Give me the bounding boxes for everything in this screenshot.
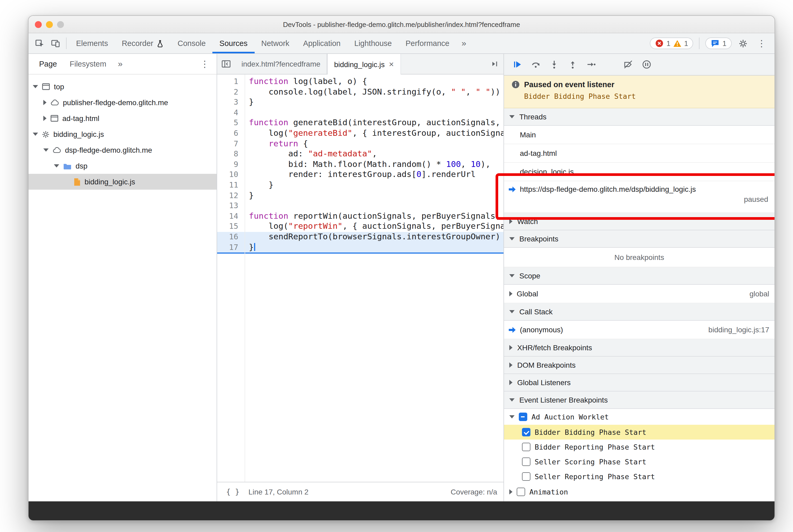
disclosure-right-icon[interactable] (509, 489, 512, 494)
section-call-stack[interactable]: Call Stack (504, 303, 775, 321)
step-over-icon[interactable] (529, 58, 543, 71)
thread-row[interactable]: Main (504, 126, 775, 144)
section-threads[interactable]: Threads (504, 108, 775, 126)
gutter-line-number[interactable]: 3 (217, 97, 245, 108)
section-event-listener-breakpoints[interactable]: Event Listener Breakpoints (504, 392, 775, 409)
resume-script-icon[interactable] (510, 58, 524, 71)
tab-lighthouse[interactable]: Lighthouse (347, 33, 399, 53)
gutter-line-number[interactable]: 2 (217, 87, 245, 97)
elb-item-seller-reporting-phase-start[interactable]: Seller Reporting Phase Start (504, 469, 775, 484)
elb-group-ad-auction-worklet[interactable]: Ad Auction Worklet (504, 409, 775, 425)
gutter-line-number[interactable]: 10 (217, 170, 245, 180)
minimize-button[interactable] (46, 21, 53, 28)
tab-page[interactable]: Page (33, 60, 63, 68)
tree-item-bidding-logic-js[interactable]: bidding_logic.js (29, 174, 216, 190)
pause-on-exceptions-icon[interactable] (640, 58, 654, 71)
tree-item-dsp[interactable]: dsp (29, 158, 216, 174)
close-tab-icon[interactable]: × (389, 59, 394, 69)
close-button[interactable] (35, 21, 42, 28)
checkbox-bidder-reporting-phase-start[interactable] (522, 443, 530, 451)
elb-item-seller-scoring-phase-start[interactable]: Seller Scoring Phase Start (504, 454, 775, 469)
tree-item-ad-tag-html[interactable]: ad-tag.html (29, 110, 216, 126)
code-line: 3} (217, 97, 504, 108)
tab-elements[interactable]: Elements (69, 33, 115, 53)
inspect-element-icon[interactable] (32, 35, 48, 51)
elb-group-animation[interactable]: Animation (504, 484, 775, 500)
scope-global-row[interactable]: Global global (504, 285, 775, 303)
checkbox-ad-auction-worklet[interactable] (519, 413, 527, 421)
tab-label: Application (303, 39, 340, 48)
editor-tab-bidding-logic-js[interactable]: bidding_logic.js× (327, 54, 401, 75)
main-menu-icon[interactable]: ⋮ (754, 38, 769, 49)
gutter-line-number[interactable]: 11 (217, 180, 245, 190)
disclosure-down-icon[interactable] (33, 133, 38, 136)
device-toolbar-icon[interactable] (48, 35, 63, 51)
section-watch[interactable]: Watch (504, 213, 775, 230)
disclosure-down-icon[interactable] (43, 149, 49, 152)
paused-reason-title: Paused on event listener (524, 80, 615, 89)
tab-filesystem[interactable]: Filesystem (63, 60, 113, 68)
checkbox-seller-reporting-phase-start[interactable] (522, 472, 530, 481)
disclosure-down-icon[interactable] (33, 85, 38, 88)
tab-console[interactable]: Console (171, 33, 212, 53)
thread-row[interactable]: decision_logic.js (504, 163, 775, 181)
gutter-line-number[interactable]: 8 (217, 149, 245, 159)
code-editor[interactable]: 1function log(label, o) {2 console.log(l… (217, 75, 504, 482)
tab-network[interactable]: Network (254, 33, 296, 53)
gutter-line-number[interactable]: 12 (217, 190, 245, 201)
disclosure-right-icon (509, 345, 512, 350)
step-out-icon[interactable] (566, 58, 580, 71)
gutter-line-number[interactable]: 17 (217, 242, 245, 252)
elb-item-bidder-bidding-phase-start[interactable]: Bidder Bidding Phase Start (504, 425, 775, 440)
tab-recorder[interactable]: Recorder (115, 33, 171, 53)
section-global-listeners[interactable]: Global Listeners (504, 374, 775, 392)
gutter-line-number[interactable]: 7 (217, 139, 245, 149)
console-counts[interactable]: 1 1 (650, 38, 694, 49)
tree-item-dsp-fledge-demo-glitch-me[interactable]: dsp-fledge-demo.glitch.me (29, 142, 216, 158)
editor-tab-index-html-fencedframe[interactable]: index.html?fencedframe (235, 54, 327, 74)
section-xhr-breakpoints[interactable]: XHR/fetch Breakpoints (504, 339, 775, 357)
tab-application[interactable]: Application (296, 33, 347, 53)
hide-navigator-icon[interactable] (217, 54, 235, 74)
settings-gear-icon[interactable] (735, 35, 751, 51)
section-scope[interactable]: Scope (504, 267, 775, 285)
section-dom-breakpoints[interactable]: DOM Breakpoints (504, 357, 775, 374)
disclosure-down-icon[interactable] (509, 415, 514, 418)
gutter-line-number[interactable]: 13 (217, 201, 245, 211)
step-icon[interactable] (584, 58, 598, 71)
step-into-icon[interactable] (547, 58, 561, 71)
gutter-line-number[interactable]: 4 (217, 108, 245, 118)
thread-row-paused[interactable]: https://dsp-fledge-demo.glitch.me/dsp/bi… (504, 181, 775, 213)
gutter-line-number[interactable]: 9 (217, 159, 245, 170)
tree-item-publisher-fledge-demo-glitch-me[interactable]: publisher-fledge-demo.glitch.me (29, 95, 216, 110)
tab-performance[interactable]: Performance (399, 33, 456, 53)
checkbox-animation[interactable] (517, 488, 525, 496)
gutter-line-number[interactable]: 6 (217, 128, 245, 139)
elb-group-canvas[interactable]: Canvas (504, 500, 775, 501)
zoom-button[interactable] (57, 21, 64, 28)
issues-badge[interactable]: 1 (705, 38, 732, 49)
deactivate-breakpoints-icon[interactable] (621, 58, 635, 71)
section-breakpoints[interactable]: Breakpoints (504, 230, 775, 248)
thread-row[interactable]: ad-tag.html (504, 144, 775, 163)
pretty-print-icon[interactable]: { } (224, 486, 242, 498)
tree-item-bidding-logic-js[interactable]: bidding_logic.js (29, 126, 216, 142)
more-navigator-tabs-icon[interactable]: » (113, 59, 128, 69)
gutter-line-number[interactable]: 1 (217, 77, 245, 87)
editor-overflow-icon[interactable] (486, 54, 504, 74)
gutter-line-number[interactable]: 16 (217, 232, 245, 242)
call-stack-frame[interactable]: (anonymous) bidding_logic.js:17 (504, 321, 775, 339)
checkbox-seller-scoring-phase-start[interactable] (522, 457, 530, 466)
gutter-line-number[interactable]: 5 (217, 118, 245, 128)
tab-sources[interactable]: Sources (213, 33, 254, 53)
gutter-line-number[interactable]: 14 (217, 211, 245, 221)
checkbox-bidder-bidding-phase-start[interactable] (522, 428, 530, 436)
tree-item-top[interactable]: top (29, 79, 216, 95)
disclosure-right-icon[interactable] (43, 116, 46, 121)
gutter-line-number[interactable]: 15 (217, 222, 245, 232)
disclosure-right-icon[interactable] (43, 100, 46, 105)
disclosure-down-icon[interactable] (54, 164, 59, 168)
navigator-menu-icon[interactable]: ⋮ (197, 58, 212, 70)
more-panels-icon[interactable]: » (456, 39, 472, 48)
elb-item-bidder-reporting-phase-start[interactable]: Bidder Reporting Phase Start (504, 440, 775, 454)
